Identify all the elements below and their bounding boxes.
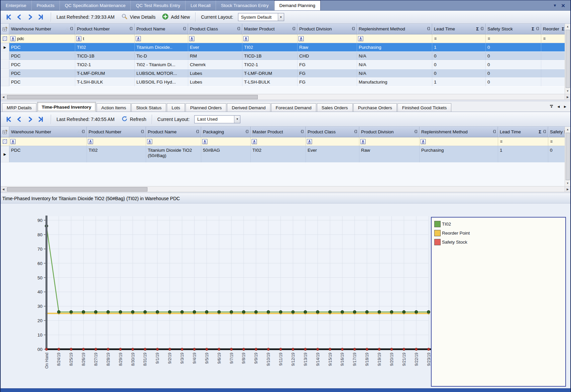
view-details-button[interactable]: View Details [121,13,156,21]
equals-filter-icon[interactable]: = [500,139,502,144]
pin-icon-wrap[interactable] [237,26,240,31]
column-header-warehouse-number[interactable]: Warehouse Number△ [9,127,87,137]
layout-dropdown[interactable]: System Default ▼ [238,13,284,21]
sum-icon[interactable]: Σ [539,129,541,134]
grid-cell[interactable]: FG [298,69,357,78]
tab-overflow-icon[interactable]: ▼ [550,105,553,109]
equals-filter-icon[interactable]: = [550,139,553,144]
detail-tab-action-items[interactable]: Action Items [97,103,131,112]
filter-cell-replenishment-method[interactable]: A [420,137,498,146]
filter-cell-lead-time[interactable]: = [498,137,548,146]
row-selector-cell[interactable] [1,69,9,78]
grid-cell[interactable]: 0 [432,60,486,69]
pin-icon[interactable] [70,27,73,30]
table-row[interactable]: ▶PDCTI02Titanium Dioxide..EverTI02RawPur… [1,43,570,52]
tab-scroll-left-icon[interactable]: ◀ [557,105,560,108]
pin-icon-wrap[interactable] [492,129,496,134]
pin-icon-wrap[interactable] [543,129,546,134]
pin-icon[interactable] [300,130,304,133]
row-selector-cell[interactable] [1,60,9,69]
filter-cell-product-name[interactable]: A [135,34,188,43]
last-record-button[interactable] [37,14,44,20]
grid-options-icon[interactable] [2,129,8,135]
pin-icon[interactable] [536,27,539,30]
pin-icon-wrap[interactable] [354,129,357,134]
pin-icon[interactable] [140,130,144,133]
grid-cell[interactable]: TIO2-1 [242,60,298,69]
grid-cell[interactable]: 0 [432,52,486,60]
grid-cell[interactable]: CHD [298,52,357,60]
grid-cell[interactable]: PDC [9,60,75,69]
text-filter-icon[interactable]: A [202,139,207,144]
pin-icon-wrap[interactable] [480,26,484,31]
pin-icon[interactable] [427,27,430,30]
grid-cell[interactable]: TI02 [75,43,135,51]
grid-cell[interactable]: Raw [359,146,420,162]
table-row[interactable]: PDCTICD-1BTic-DRMTICD-1BCHDN/A00 [1,52,570,60]
grid-cell[interactable]: N/A [357,69,432,78]
pin-icon-wrap[interactable] [81,129,85,134]
tab-qc-specification-maintenance[interactable]: QC Specification Maintenance [60,0,131,10]
pin-icon[interactable] [492,130,496,133]
grid-cell[interactable]: TI02 [251,146,306,162]
pin-icon[interactable] [354,130,357,133]
grid-cell[interactable]: FG [298,78,357,86]
pin-icon-wrap[interactable] [292,26,296,31]
column-header-product-division[interactable]: Product Division [298,24,357,34]
pin-icon[interactable] [183,27,186,30]
detail-tab-sales-orders[interactable]: Sales Orders [317,103,353,112]
filter-value[interactable]: t [83,36,84,41]
table-row[interactable]: PDCT-LMF-DRUMLUBSOIL MOTOR...LubesT-LMF-… [1,69,570,78]
grid-cell[interactable]: 0 [486,52,541,60]
column-header-product-division[interactable]: Product Division [359,127,420,137]
tab-enterprise[interactable]: Enterprise [1,0,32,10]
grid-cell[interactable]: 1 [498,146,548,162]
text-filter-icon[interactable]: A [252,139,257,144]
grid-cell[interactable]: TI02 [87,146,146,162]
text-filter-icon[interactable]: A [358,36,363,41]
text-filter-icon[interactable]: A [147,139,152,144]
tab-products[interactable]: Products [32,0,60,10]
filter-row-icon[interactable] [3,139,7,144]
grid-cell[interactable]: Titanium Dioxide.. [135,43,188,51]
filter-cell-master-product[interactable]: A [242,34,298,43]
grid-cell[interactable]: 0 [486,43,541,51]
filter-cell-warehouse-number[interactable]: A [9,137,87,146]
scrollbar-thumb[interactable] [7,187,147,191]
detail-tab-mrp-details[interactable]: MRP Details [2,103,36,112]
column-header-product-number[interactable]: Product Number [75,24,135,34]
pin-icon[interactable] [414,130,418,133]
window-close-icon[interactable]: × [561,2,565,9]
column-header-replenishment-method[interactable]: Replenishment Method [357,24,432,34]
previous-record-button[interactable] [16,14,23,20]
column-header-master-product[interactable]: Master Product [242,24,298,34]
grid-cell[interactable]: Ever [306,146,359,162]
grid-cell[interactable]: 1 [432,78,486,86]
sum-icon[interactable]: Σ [562,26,564,31]
window-menu-icon[interactable]: ▾ [554,3,556,8]
grid-cell[interactable]: LUBSOIL MOTOR... [135,69,188,78]
grid-cell[interactable]: Lubes [188,69,242,78]
text-filter-icon[interactable]: A [136,36,141,41]
detail-grid-vertical-scrollbar[interactable]: ▲ ▼ [565,127,570,186]
grid-cell[interactable]: Purchasing [357,43,432,51]
pin-icon-wrap[interactable] [140,129,144,134]
grid-cell[interactable]: PDC [9,78,75,86]
dropdown-arrow-icon[interactable]: ▼ [234,116,240,123]
grid-cell[interactable]: PDC [9,69,75,78]
filter-cell-master-product[interactable]: A [251,137,306,146]
grid-cell[interactable]: 0 [486,60,541,69]
column-header-lead-time[interactable]: Lead TimeΣ [432,24,486,34]
table-row[interactable]: ▶PDCTI02Titanium Dioxide TiO2 (50#Bag)50… [1,146,570,163]
grid-cell[interactable]: Tic-D [135,52,188,60]
pin-icon[interactable] [237,27,240,30]
pin-icon[interactable] [245,130,249,133]
filter-corner-cell[interactable] [1,34,9,43]
filter-cell-product-division[interactable]: A [298,34,357,43]
scroll-left-icon[interactable]: ◀ [1,186,6,192]
grid-cell[interactable]: Titanium Dioxide TiO2 (50#Bag) [146,146,201,162]
equals-filter-icon[interactable]: = [434,36,437,41]
column-header-safety-stock[interactable]: Safety StockΣ [486,24,541,34]
column-header-product-name[interactable]: Product Name [135,24,188,34]
column-header-product-class[interactable]: Product Class [188,24,242,34]
